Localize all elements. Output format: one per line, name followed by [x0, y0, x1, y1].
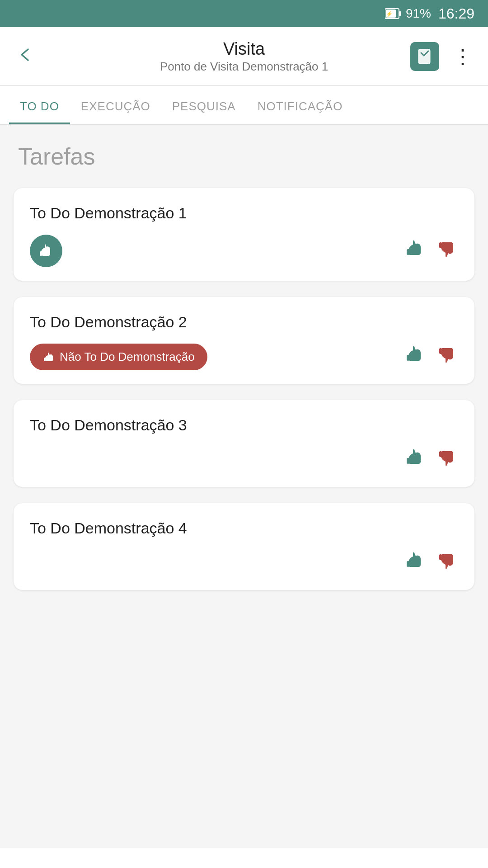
- svg-text:⚡: ⚡: [386, 10, 393, 17]
- task-card-3: To Do Demonstração 3: [14, 400, 474, 487]
- thumb-down-button-3[interactable]: [436, 447, 458, 473]
- more-options-button[interactable]: ⋮: [453, 47, 472, 66]
- svg-rect-12: [407, 458, 409, 464]
- task-card-2: To Do Demonstração 2 Não To Do Demonstra…: [14, 297, 474, 384]
- checklist-button[interactable]: [410, 42, 439, 71]
- thumb-up-button-3[interactable]: [404, 447, 426, 473]
- tab-pesquisa[interactable]: PESQUISA: [161, 86, 247, 124]
- vote-buttons-2: [404, 344, 458, 370]
- section-title: Tarefas: [14, 143, 474, 170]
- app-bar-title: Visita: [160, 39, 328, 59]
- task-title-2: To Do Demonstração 2: [30, 313, 458, 331]
- svg-rect-13: [439, 451, 442, 457]
- battery-icon: ⚡: [385, 7, 401, 20]
- svg-rect-8: [439, 242, 442, 248]
- thumb-up-button-2[interactable]: [404, 344, 426, 370]
- status-badge-label-2: Não To Do Demonstração: [60, 350, 195, 364]
- tabs-container: TO DO EXECUÇÃO PESQUISA NOTIFICAÇÃO: [0, 86, 488, 125]
- thumb-up-button-1[interactable]: [404, 238, 426, 264]
- svg-rect-7: [407, 249, 409, 255]
- task-actions-4: [30, 550, 458, 576]
- thumb-down-button-1[interactable]: [436, 238, 458, 264]
- tab-notificacao[interactable]: NOTIFICAÇÃO: [247, 86, 354, 124]
- thumb-down-button-4[interactable]: [436, 550, 458, 576]
- vote-buttons-1: [404, 238, 458, 264]
- battery-percentage: 91%: [406, 6, 431, 21]
- back-button[interactable]: [16, 46, 34, 67]
- svg-rect-1: [399, 11, 401, 16]
- app-bar: Visita Ponto de Visita Demonstração 1 ⋮: [0, 27, 488, 86]
- svg-rect-15: [439, 554, 442, 560]
- status-badge-2[interactable]: Não To Do Demonstração: [30, 344, 207, 370]
- content-area: Tarefas To Do Demonstração 1: [0, 125, 488, 848]
- task-card-1: To Do Demonstração 1: [14, 188, 474, 281]
- vote-buttons-4: [404, 550, 458, 576]
- task-actions-3: [30, 447, 458, 473]
- svg-rect-11: [439, 348, 442, 354]
- svg-rect-14: [407, 561, 409, 567]
- status-time: 16:29: [438, 5, 474, 22]
- thumb-up-button-4[interactable]: [404, 550, 426, 576]
- tab-execucao[interactable]: EXECUÇÃO: [70, 86, 161, 124]
- svg-rect-10: [407, 355, 409, 361]
- task-card-4: To Do Demonstração 4: [14, 503, 474, 590]
- vote-buttons-3: [404, 447, 458, 473]
- status-bar: ⚡ 91% 16:29: [0, 0, 488, 27]
- task-title-3: To Do Demonstração 3: [30, 416, 458, 434]
- task-title-1: To Do Demonstração 1: [30, 204, 458, 222]
- app-bar-actions: ⋮: [410, 42, 472, 71]
- status-icons: ⚡ 91%: [385, 6, 431, 21]
- svg-rect-6: [40, 251, 42, 256]
- thumb-down-button-2[interactable]: [436, 344, 458, 370]
- tab-todo[interactable]: TO DO: [9, 86, 70, 124]
- task-title-4: To Do Demonstração 4: [30, 519, 458, 537]
- svg-rect-9: [44, 358, 46, 361]
- task-actions-1: [30, 235, 458, 267]
- app-bar-title-area: Visita Ponto de Visita Demonstração 1: [160, 39, 328, 74]
- app-bar-subtitle: Ponto de Visita Demonstração 1: [160, 60, 328, 74]
- task-actions-2: Não To Do Demonstração: [30, 344, 458, 370]
- approved-button-1[interactable]: [30, 235, 62, 267]
